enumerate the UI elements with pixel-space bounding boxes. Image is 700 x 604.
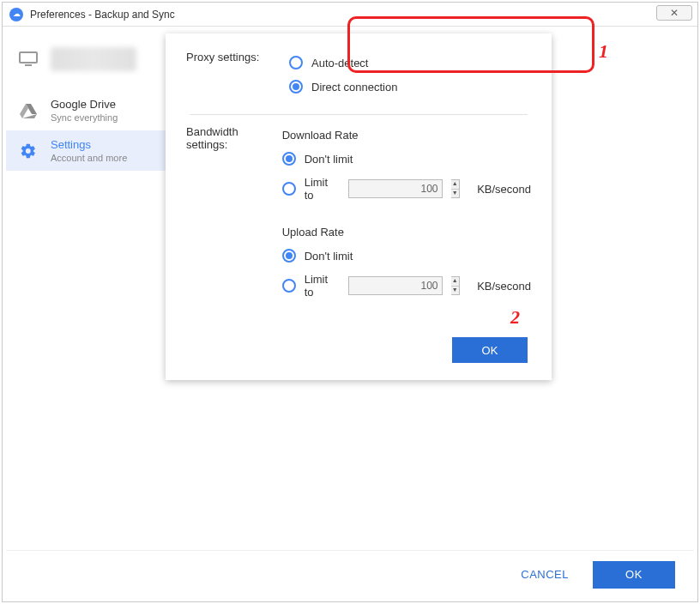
upload-limit-to-option[interactable]: Limit to ▲▼ KB/second [282,268,531,304]
radio-icon [282,182,296,196]
sidebar-item-label: Google Drive [51,98,118,111]
upload-limit-input[interactable] [348,276,443,295]
sidebar: Google Drive Sync everything Settings Ac… [6,28,166,598]
upload-dont-limit-option[interactable]: Don't limit [282,244,531,268]
sidebar-item-google-drive[interactable]: Google Drive Sync everything [6,90,166,130]
proxy-direct-option[interactable]: Direct connection [289,75,531,99]
download-rate-heading: Download Rate [282,129,531,142]
monitor-icon [18,51,39,67]
download-limit-spinner[interactable]: ▲▼ [451,179,461,198]
cancel-button[interactable]: CANCEL [521,568,569,581]
download-unit: KB/second [477,183,531,196]
radio-label: Limit to [305,176,331,202]
svg-rect-1 [25,64,32,66]
radio-icon [282,249,296,263]
upload-limit-spinner[interactable]: ▲▼ [451,276,461,295]
bandwidth-section: Bandwidth settings: Download Rate Don't … [166,122,552,307]
footer: CANCEL OK [6,550,694,598]
radio-label: Limit to [305,273,331,299]
sidebar-item-settings[interactable]: Settings Account and more [6,130,166,171]
download-limit-input[interactable] [348,179,443,198]
preferences-window: ☁ Preferences - Backup and Sync ✕ Google… [2,2,698,602]
upload-unit: KB/second [477,280,531,293]
panel-ok-button[interactable]: OK [452,337,528,363]
sidebar-item-sublabel: Account and more [51,153,127,163]
radio-label: Don't limit [305,250,353,263]
settings-panel: Proxy settings: Auto-detect Direct conne… [166,33,552,380]
radio-label: Direct connection [311,81,397,94]
svg-rect-0 [20,52,37,63]
svg-marker-4 [22,114,37,118]
download-limit-to-option[interactable]: Limit to ▲▼ KB/second [282,171,531,207]
sidebar-item-label: Settings [51,138,127,151]
blurred-computer-name [51,47,136,71]
drive-icon [18,103,39,118]
up-arrow-icon[interactable]: ▲ [451,180,460,190]
download-dont-limit-option[interactable]: Don't limit [282,147,531,171]
window-title: Preferences - Backup and Sync [30,9,175,21]
cloud-glyph: ☁ [13,10,21,18]
radio-icon [289,56,303,69]
radio-label: Don't limit [305,153,353,166]
down-arrow-icon[interactable]: ▼ [451,190,460,198]
down-arrow-icon[interactable]: ▼ [451,287,460,295]
upload-rate-heading: Upload Rate [282,226,531,239]
close-icon: ✕ [670,7,679,19]
close-button[interactable]: ✕ [656,5,692,21]
sidebar-item-computer[interactable] [6,28,166,90]
radio-icon [282,152,296,166]
proxy-auto-detect-option[interactable]: Auto-detect [289,51,531,75]
gear-icon [18,143,39,159]
proxy-section: Proxy settings: Auto-detect Direct conne… [166,33,552,102]
proxy-label: Proxy settings: [186,51,289,99]
body-area: Google Drive Sync everything Settings Ac… [6,28,694,598]
app-cloud-icon: ☁ [9,8,23,21]
divider [190,114,528,115]
radio-icon [289,80,303,94]
radio-icon [282,279,296,293]
ok-button[interactable]: OK [593,561,675,589]
up-arrow-icon[interactable]: ▲ [451,277,460,287]
bandwidth-label: Bandwidth settings: [186,125,282,304]
radio-label: Auto-detect [311,57,369,69]
svg-marker-3 [20,104,28,118]
titlebar: ☁ Preferences - Backup and Sync ✕ [3,3,697,27]
sidebar-item-sublabel: Sync everything [51,112,118,123]
